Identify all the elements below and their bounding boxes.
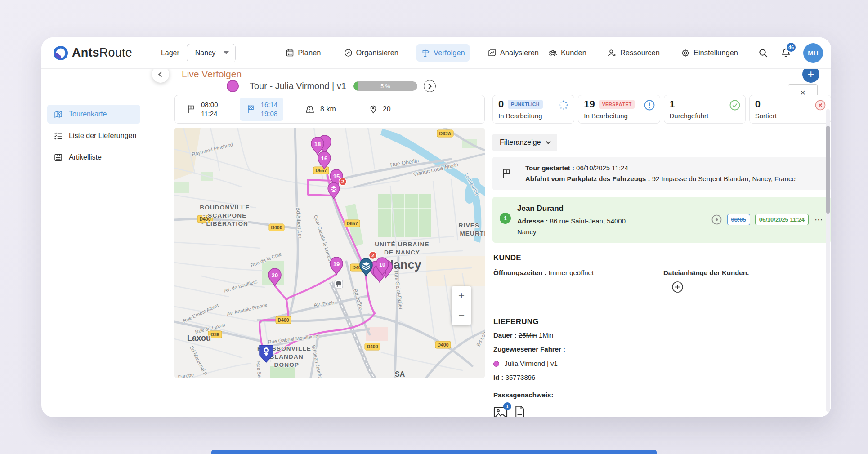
gear-icon — [680, 48, 690, 58]
nav-organisieren-label: Organisieren — [356, 49, 398, 57]
actual-end-time: 19:08 — [261, 109, 278, 118]
more-options-button[interactable]: ⋯ — [814, 214, 824, 225]
svg-text:D32A: D32A — [439, 131, 452, 136]
map-canvas: D32A D657 D400 D400 D657 D400 D400 D39 D… — [174, 128, 485, 378]
card-value: 0 — [755, 99, 761, 109]
proof-photo-thumbnail[interactable]: 1 — [493, 406, 508, 417]
main-nav: Planen Organisieren Verfolgen — [281, 44, 543, 62]
map-zoom-control: + − — [452, 286, 471, 325]
status-badge: VERSPÄTET — [599, 100, 635, 109]
svg-text:Quai Claude le Lorrain: Quai Claude le Lorrain — [313, 214, 333, 263]
panel-scrollbar-thumb[interactable] — [826, 126, 830, 214]
app-logo[interactable]: AntsRoute — [53, 45, 132, 61]
card-label: Durchgeführt — [670, 112, 740, 120]
delivery-stop-card[interactable]: 1 Jean Durand Adresse : 86 rue Saint-Jea… — [492, 197, 831, 243]
svg-text:D400: D400 — [271, 225, 282, 230]
search-button[interactable] — [758, 48, 769, 58]
avatar[interactable]: MH — [803, 43, 823, 63]
status-cards: 0 PÜNKTLICH In Bearbeitung — [492, 95, 831, 124]
proof-label: Passagenachweis: — [493, 391, 553, 399]
search-icon — [758, 48, 769, 58]
marker-pin-vehicle-group[interactable] — [360, 258, 372, 276]
checklist-icon — [54, 131, 63, 141]
page-title: Live Verfolgen — [182, 69, 242, 80]
tour-progress-bar: 5 % — [353, 81, 417, 91]
secondary-nav: Kunden Ressourcen Einstellungen — [543, 44, 743, 62]
marker-pin-19[interactable]: 19 — [330, 257, 343, 275]
svg-text:Av. Foch: Av. Foch — [313, 299, 335, 308]
road-icon — [304, 104, 316, 115]
tour-stats-bar: 08:00 11:24 — [174, 95, 485, 124]
late-count-badge: 2 — [339, 178, 347, 186]
customer-attachments: Dateianhänge der Kunden: — [663, 269, 749, 294]
alert-icon — [644, 99, 655, 111]
tour-expand-button[interactable] — [424, 80, 436, 92]
route-map[interactable]: D32A D657 D400 D400 D657 D400 D400 D39 D… — [174, 128, 485, 378]
card-puenktlich: 0 PÜNKTLICH In Bearbeitung — [492, 95, 574, 124]
nav-analysieren[interactable]: Analysieren — [483, 44, 543, 62]
add-attachment-button[interactable] — [671, 281, 749, 294]
warehouse-select[interactable]: Nancy — [187, 44, 236, 62]
svg-text:DE NANCY: DE NANCY — [384, 249, 420, 256]
sidebar-item-artikelliste[interactable]: Artikelliste — [47, 148, 140, 167]
sidebar-item-label: Liste der Lieferungen — [69, 132, 136, 140]
svg-text:SA: SA — [395, 370, 405, 378]
zoom-in-button[interactable]: + — [452, 286, 471, 306]
chart-icon — [488, 48, 497, 58]
nav-einstellungen[interactable]: Einstellungen — [676, 44, 743, 62]
nav-analysieren-label: Analysieren — [500, 49, 539, 57]
hours-label: Öffnungszeiten : — [493, 269, 546, 276]
svg-text:- SCARPONE: - SCARPONE — [203, 212, 247, 219]
person-plus-icon — [607, 48, 617, 58]
tour-distance-cell: 8 km — [304, 104, 336, 115]
actual-start-time: 11:24 — [201, 109, 218, 118]
nav-verfolgen[interactable]: Verfolgen — [416, 44, 470, 62]
nav-einstellungen-label: Einstellungen — [694, 49, 738, 57]
actual-time-chip[interactable]: 06/10/2025 11:24 — [755, 214, 809, 225]
svg-text:D400: D400 — [277, 317, 289, 323]
finish-flag-icon — [246, 104, 256, 115]
chevron-down-icon — [224, 51, 229, 54]
card-durchgefuehrt: 1 Durchgeführt — [664, 95, 746, 124]
filter-label: Filteranzeige — [500, 138, 541, 147]
tour-stops-count: 20 — [383, 105, 391, 113]
proof-count-badge: 1 — [503, 402, 511, 410]
svg-text:Europe: Europe — [178, 372, 194, 378]
app-logo-text: AntsRoute — [72, 46, 132, 60]
nav-kunden[interactable]: Kunden — [543, 44, 591, 62]
signature-doc-icon — [514, 405, 526, 417]
filter-display-button[interactable]: Filteranzeige — [492, 134, 557, 151]
app-window: AntsRoute Lager Nancy Planen Organ — [41, 37, 831, 417]
page-header: Live Verfolgen + — [141, 69, 831, 80]
tour-stops-cell: 20 — [368, 104, 391, 115]
nav-planen[interactable]: Planen — [281, 44, 325, 62]
background-dock-bar — [211, 450, 657, 454]
customer-name: Jean Durand — [517, 203, 626, 214]
svg-text:19: 19 — [333, 261, 340, 267]
gauge-icon — [344, 48, 353, 58]
planned-time-chip[interactable]: 08:05 — [727, 214, 750, 225]
top-navbar: AntsRoute Lager Nancy Planen Organ — [41, 37, 831, 69]
sidebar-item-label: Tourenkarte — [69, 110, 107, 118]
notifications-button[interactable]: 46 — [780, 47, 792, 58]
opening-hours: Öffnungszeiten : Immer geöffnet — [493, 269, 663, 294]
zoom-out-button[interactable]: − — [452, 306, 471, 326]
kunde-heading: KUNDE — [493, 254, 830, 263]
sidebar-item-label: Artikelliste — [69, 153, 102, 161]
svg-text:18: 18 — [314, 141, 321, 147]
card-label: Sortiert — [755, 112, 825, 120]
tour-end-cell[interactable]: 16:14 19:08 — [240, 98, 284, 121]
planned-end-time: 16:14 — [261, 100, 278, 109]
target-icon[interactable] — [711, 214, 722, 225]
status-badge: PÜNKTLICH — [508, 100, 542, 109]
tour-row: Tour - Julia Virmond | v1 5 % × — [141, 80, 831, 92]
proof-signature-document[interactable] — [514, 405, 526, 417]
duration-label: Dauer : — [493, 331, 517, 339]
nav-kunden-label: Kunden — [561, 49, 586, 57]
sidebar-item-lieferungen[interactable]: Liste der Lieferungen — [47, 126, 140, 145]
sidebar-item-tourenkarte[interactable]: Tourenkarte — [47, 105, 140, 124]
address-line1: 86 rue Saint-Jean, 54000 — [550, 217, 626, 225]
nav-organisieren[interactable]: Organisieren — [339, 44, 403, 62]
box-list-icon — [54, 153, 63, 162]
nav-ressourcen[interactable]: Ressourcen — [603, 44, 664, 62]
